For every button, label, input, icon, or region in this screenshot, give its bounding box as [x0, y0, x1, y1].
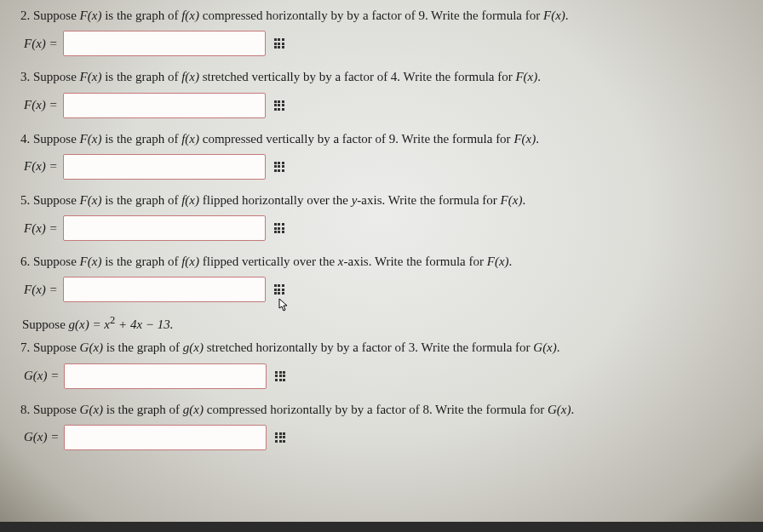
answer-5-lhs: F(x) = — [24, 221, 58, 236]
keypad-icon[interactable] — [274, 38, 284, 49]
answer-7-lhs: G(x) = — [24, 369, 59, 383]
question-5-prompt: 5. Suppose F(x) is the graph of f(x) fli… — [20, 192, 739, 209]
keypad-icon[interactable] — [275, 371, 285, 381]
keypad-icon[interactable] — [274, 100, 284, 111]
keypad-icon[interactable] — [275, 432, 285, 443]
answer-7-input[interactable] — [64, 363, 267, 389]
answer-2-lhs: F(x) = — [24, 37, 58, 51]
g-definition: Suppose g(x) = x2 + 4x − 13. — [22, 314, 739, 332]
answer-2-input[interactable] — [63, 31, 266, 56]
answer-6-input[interactable] — [63, 277, 266, 302]
question-4-prompt: 4. Suppose F(x) is the graph of f(x) com… — [20, 130, 739, 147]
question-3-prompt: 3. Suppose F(x) is the graph of f(x) str… — [20, 68, 739, 85]
keypad-icon[interactable] — [274, 284, 284, 295]
answer-6-lhs: F(x) = — [24, 283, 58, 297]
question-7-prompt: 7. Suppose G(x) is the graph of g(x) str… — [20, 339, 739, 356]
answer-4-lhs: F(x) = — [24, 159, 58, 174]
keypad-icon[interactable] — [274, 223, 284, 233]
question-6-prompt: 6. Suppose F(x) is the graph of f(x) fli… — [20, 253, 739, 270]
keypad-icon[interactable] — [274, 162, 284, 172]
answer-4-input[interactable] — [63, 154, 266, 180]
answer-3-lhs: F(x) = — [24, 98, 58, 112]
question-2-prompt: 2. Suppose F(x) is the graph of f(x) com… — [20, 7, 739, 24]
cursor-icon — [276, 298, 290, 313]
question-8-prompt: 8. Suppose G(x) is the graph of g(x) com… — [20, 401, 739, 418]
answer-3-input[interactable] — [63, 93, 266, 118]
answer-8-input[interactable] — [64, 425, 267, 450]
answer-8-lhs: G(x) = — [24, 430, 59, 444]
answer-5-input[interactable] — [63, 215, 266, 241]
